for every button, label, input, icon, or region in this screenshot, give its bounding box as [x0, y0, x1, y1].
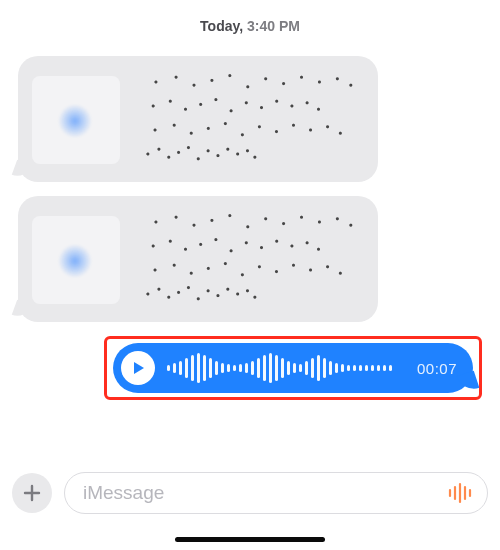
timestamp-day: Today,	[200, 18, 243, 34]
compose-bar: iMessage	[12, 472, 488, 514]
messages-conversation: Today, 3:40 PM	[0, 0, 500, 550]
waveform-bar	[239, 364, 242, 372]
waveform-bar	[341, 364, 344, 372]
waveform-bar	[377, 365, 380, 371]
waveform-bar	[353, 365, 356, 371]
waveform-bar	[383, 365, 386, 371]
waveform-bar	[389, 365, 392, 371]
waveform-bar	[179, 361, 182, 375]
audio-record-icon[interactable]	[447, 482, 475, 504]
outgoing-audio-row: 00:07	[16, 336, 482, 400]
waveform-bar	[209, 358, 212, 378]
waveform-bar	[359, 365, 362, 371]
waveform-bar	[281, 358, 284, 378]
message-input[interactable]: iMessage	[64, 472, 488, 514]
waveform-bar	[215, 361, 218, 375]
waveform-bar	[263, 355, 266, 381]
waveform-bar	[221, 363, 224, 373]
waveform-bar	[287, 361, 290, 375]
incoming-message-link-preview[interactable]	[18, 196, 378, 322]
audio-duration: 00:07	[417, 360, 457, 377]
waveform-bar	[233, 365, 236, 371]
message-input-placeholder: iMessage	[83, 482, 447, 504]
waveform-bar	[269, 353, 272, 383]
add-button[interactable]	[12, 473, 52, 513]
waveform-bar	[305, 361, 308, 375]
audio-waveform[interactable]	[167, 351, 405, 385]
waveform-bar	[293, 363, 296, 373]
waveform-bar	[317, 355, 320, 381]
annotation-highlight: 00:07	[104, 336, 482, 400]
waveform-bar	[227, 364, 230, 372]
waveform-bar	[203, 355, 206, 381]
waveform-bar	[191, 355, 194, 381]
play-icon	[130, 360, 146, 376]
waveform-bar	[245, 363, 248, 373]
plus-icon	[22, 483, 42, 503]
waveform-bar	[335, 363, 338, 373]
timestamp-time: 3:40 PM	[247, 18, 300, 34]
conversation-timestamp: Today, 3:40 PM	[0, 0, 500, 34]
play-button[interactable]	[121, 351, 155, 385]
incoming-message-link-preview[interactable]	[18, 56, 378, 182]
waveform-bar	[329, 361, 332, 375]
link-thumbnail	[32, 76, 120, 164]
waveform-bar	[323, 358, 326, 378]
waveform-bar	[197, 353, 200, 383]
waveform-bar	[299, 364, 302, 372]
redacted-text	[138, 214, 362, 304]
waveform-bar	[257, 358, 260, 378]
home-indicator[interactable]	[175, 537, 325, 542]
link-thumbnail	[32, 216, 120, 304]
waveform-bar	[275, 355, 278, 381]
waveform-bar	[173, 363, 176, 373]
waveform-bar	[167, 365, 170, 371]
redacted-text	[138, 74, 362, 164]
waveform-bar	[251, 361, 254, 375]
waveform-bar	[371, 365, 374, 371]
waveform-bar	[365, 365, 368, 371]
waveform-bar	[185, 358, 188, 378]
waveform-bar	[311, 358, 314, 378]
message-list: 00:07	[0, 34, 500, 400]
outgoing-audio-message[interactable]: 00:07	[113, 343, 473, 393]
waveform-bar	[347, 365, 350, 371]
